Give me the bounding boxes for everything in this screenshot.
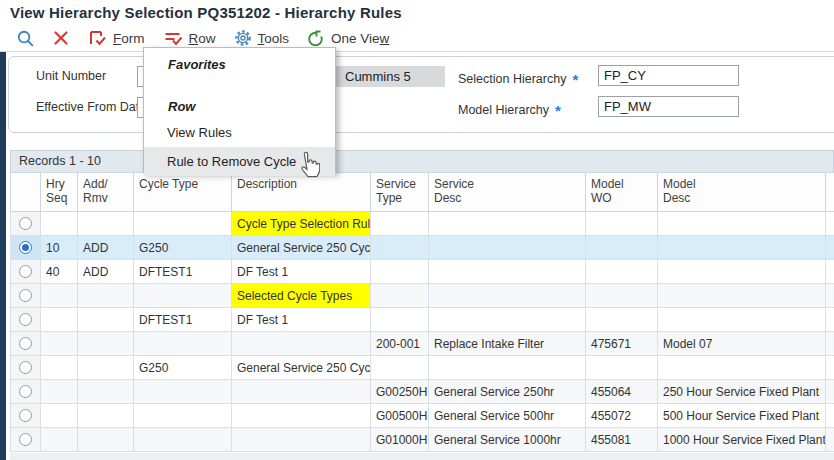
row-radio-button[interactable]: [19, 241, 32, 254]
grid-cell-clipped[interactable]: [826, 332, 834, 356]
grid-cell-cycle-type[interactable]: DFTEST1: [134, 260, 232, 284]
grid-cell-service-desc[interactable]: General Service 250hr: [429, 380, 586, 404]
column-header-service-desc[interactable]: ServiceDesc: [429, 173, 586, 212]
grid-cell-service-desc[interactable]: [429, 236, 586, 260]
grid-cell-model-desc[interactable]: 500 Hour Service Fixed Plant: [658, 404, 826, 428]
grid-cell-model-desc[interactable]: [658, 308, 826, 332]
grid-cell-cycle-type[interactable]: G250: [134, 236, 232, 260]
grid-cell-cycle-type[interactable]: [134, 332, 232, 356]
grid-cell-model-wo[interactable]: 455081: [586, 428, 658, 452]
grid-cell-description[interactable]: [232, 404, 371, 428]
grid-cell-service-type[interactable]: [371, 308, 429, 332]
grid-cell-service-type[interactable]: [371, 260, 429, 284]
table-row[interactable]: Selected Cycle Types: [11, 284, 834, 308]
column-header-model-wo[interactable]: ModelWO: [586, 173, 658, 212]
grid-cell-clipped[interactable]: [826, 404, 834, 428]
grid-cell-add-rmv[interactable]: [78, 284, 134, 308]
grid-cell-model-desc[interactable]: [658, 236, 826, 260]
grid-cell-description[interactable]: General Service 250 Cycle: [232, 236, 371, 260]
grid-cell-description[interactable]: DF Test 1: [232, 308, 371, 332]
grid-cell-model-desc[interactable]: [658, 284, 826, 308]
row-radio-button[interactable]: [19, 289, 32, 302]
grid-cell-description[interactable]: General Service 250 Cycle: [232, 356, 371, 380]
grid-cell-model-wo[interactable]: [586, 308, 658, 332]
grid-cell-clipped[interactable]: [826, 284, 834, 308]
grid-cell-description[interactable]: [232, 380, 371, 404]
grid-cell-description[interactable]: [232, 428, 371, 452]
grid-cell-model-wo[interactable]: [586, 236, 658, 260]
row-select-cell[interactable]: [11, 284, 41, 308]
grid-cell-description[interactable]: DF Test 1: [232, 260, 371, 284]
row-radio-button[interactable]: [19, 361, 32, 374]
grid-cell-cycle-type[interactable]: [134, 404, 232, 428]
grid-cell-hry-seq[interactable]: [41, 380, 78, 404]
grid-cell-description[interactable]: Selected Cycle Types: [232, 284, 371, 308]
grid-cell-description[interactable]: Cycle Type Selection Rules: [232, 212, 371, 236]
grid-cell-cycle-type[interactable]: [134, 428, 232, 452]
grid-cell-description[interactable]: [232, 332, 371, 356]
table-row[interactable]: G00250HGeneral Service 250hr455064250 Ho…: [11, 380, 834, 404]
grid-cell-hry-seq[interactable]: [41, 332, 78, 356]
tools-menu-button[interactable]: Tools: [226, 27, 300, 49]
row-select-cell[interactable]: [11, 236, 41, 260]
column-header-model-desc[interactable]: ModelDesc: [658, 173, 826, 212]
grid-cell-service-type[interactable]: G01000H: [371, 428, 429, 452]
grid-cell-service-type[interactable]: G00500H: [371, 404, 429, 428]
grid-cell-hry-seq[interactable]: [41, 212, 78, 236]
row-radio-button[interactable]: [19, 265, 32, 278]
column-header-service-type[interactable]: ServiceType: [371, 173, 429, 212]
row-select-cell[interactable]: [11, 260, 41, 284]
row-select-cell[interactable]: [11, 356, 41, 380]
column-header-add-rmv[interactable]: Add/Rmv: [78, 173, 134, 212]
grid-cell-service-type[interactable]: [371, 236, 429, 260]
table-row[interactable]: DFTEST1DF Test 1: [11, 308, 834, 332]
row-select-cell[interactable]: [11, 428, 41, 452]
grid-cell-model-wo[interactable]: [586, 212, 658, 236]
grid-cell-add-rmv[interactable]: [78, 212, 134, 236]
table-row[interactable]: G00500HGeneral Service 500hr455072500 Ho…: [11, 404, 834, 428]
row-radio-button[interactable]: [19, 217, 32, 230]
row-radio-button[interactable]: [19, 313, 32, 326]
grid-cell-service-desc[interactable]: Replace Intake Filter: [429, 332, 586, 356]
grid-cell-model-desc[interactable]: 250 Hour Service Fixed Plant: [658, 380, 826, 404]
grid-cell-service-desc[interactable]: [429, 212, 586, 236]
grid-cell-hry-seq[interactable]: 10: [41, 236, 78, 260]
column-header-cycle-type[interactable]: Cycle Type: [134, 173, 232, 212]
row-menu-button[interactable]: Row: [155, 28, 226, 49]
grid-cell-add-rmv[interactable]: [78, 332, 134, 356]
table-row[interactable]: G01000HGeneral Service 1000hr4550811000 …: [11, 428, 834, 452]
grid-cell-cycle-type[interactable]: G250: [134, 356, 232, 380]
grid-cell-cycle-type[interactable]: [134, 212, 232, 236]
row-select-cell[interactable]: [11, 404, 41, 428]
grid-cell-hry-seq[interactable]: 40: [41, 260, 78, 284]
grid-cell-cycle-type[interactable]: [134, 380, 232, 404]
grid-cell-model-wo[interactable]: [586, 356, 658, 380]
form-menu-button[interactable]: Form: [79, 27, 155, 49]
grid-cell-clipped[interactable]: [826, 236, 834, 260]
close-button[interactable]: [45, 28, 79, 48]
grid-cell-model-desc[interactable]: 1000 Hour Service Fixed Plant: [658, 428, 826, 452]
table-row[interactable]: 10ADDG250General Service 250 Cycle: [11, 236, 834, 260]
grid-cell-service-desc[interactable]: General Service 1000hr: [429, 428, 586, 452]
grid-cell-service-desc[interactable]: [429, 308, 586, 332]
grid-cell-clipped[interactable]: [826, 428, 834, 452]
grid-cell-hry-seq[interactable]: [41, 428, 78, 452]
find-button[interactable]: [8, 27, 45, 50]
grid-cell-service-desc[interactable]: [429, 260, 586, 284]
grid-cell-add-rmv[interactable]: ADD: [78, 236, 134, 260]
grid-cell-model-wo[interactable]: 475671: [586, 332, 658, 356]
grid-cell-model-wo[interactable]: 455064: [586, 380, 658, 404]
grid-cell-add-rmv[interactable]: [78, 428, 134, 452]
row-radio-button[interactable]: [19, 409, 32, 422]
grid-cell-model-desc[interactable]: [658, 356, 826, 380]
column-header-clipped[interactable]: [826, 173, 834, 212]
grid-cell-model-wo[interactable]: [586, 284, 658, 308]
grid-cell-clipped[interactable]: [826, 212, 834, 236]
one-view-button[interactable]: One View: [299, 27, 399, 49]
grid-cell-model-desc[interactable]: [658, 260, 826, 284]
grid-cell-add-rmv[interactable]: [78, 404, 134, 428]
grid-cell-clipped[interactable]: [826, 308, 834, 332]
grid-cell-hry-seq[interactable]: [41, 404, 78, 428]
grid-cell-service-type[interactable]: [371, 284, 429, 308]
grid-cell-service-type[interactable]: [371, 212, 429, 236]
